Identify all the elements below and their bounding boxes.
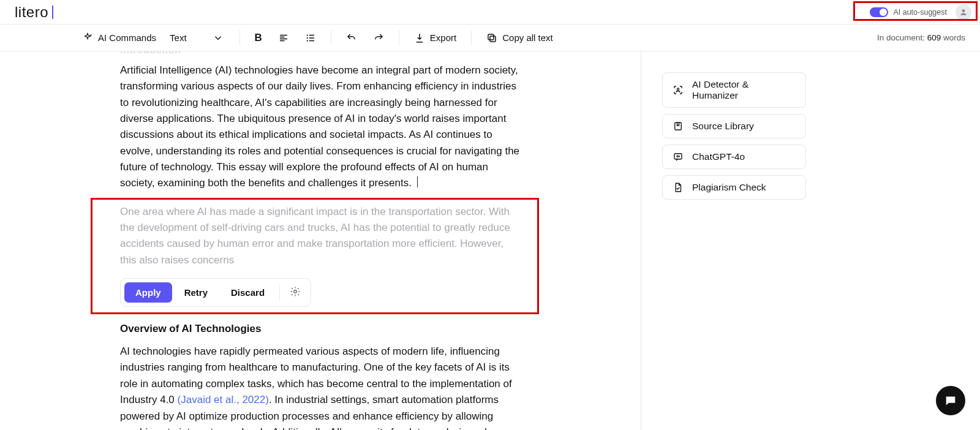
paragraph-overview[interactable]: AI technologies have rapidly permeated v… (120, 344, 521, 430)
toolbar: AI Commands Text B (0, 25, 980, 51)
toolbar-separator (471, 31, 472, 45)
align-button[interactable] (274, 30, 293, 46)
svg-point-0 (962, 9, 965, 12)
ai-suggestion-text: One area where AI has made a significant… (120, 204, 521, 268)
format-group: B (251, 29, 320, 47)
list-button[interactable] (301, 30, 320, 46)
text-caret (417, 176, 418, 187)
word-count-number: 609 (927, 33, 941, 42)
svg-rect-8 (675, 123, 682, 130)
paragraph-intro[interactable]: Artificial Intelligence (AI) technologie… (120, 62, 521, 192)
ai-commands-label: AI Commands (98, 32, 156, 43)
scan-icon (673, 85, 684, 96)
redo-button[interactable] (369, 30, 388, 46)
chat-ai-icon (673, 151, 684, 162)
paragraph-intro-text: Artificial Intelligence (AI) technologie… (120, 64, 519, 189)
brand-cursor-accent (52, 6, 53, 19)
ai-suggestion-actions: Apply Retry Discard (120, 278, 311, 307)
redo-icon (373, 32, 384, 43)
panel-plagiarism[interactable]: Plagiarism Check (662, 175, 806, 200)
copy-all-button[interactable]: Copy all text (483, 30, 557, 46)
help-chat-button[interactable] (936, 386, 965, 415)
toolbar-separator (239, 31, 240, 45)
toolbar-separator (399, 31, 399, 45)
history-group (342, 30, 388, 46)
copy-icon (486, 32, 497, 43)
text-style-value: Text (170, 32, 187, 43)
svg-point-1 (306, 34, 307, 36)
citation-link[interactable]: (Javaid et al., 2022) (178, 394, 269, 405)
bookmark-page-icon (673, 121, 684, 132)
align-left-icon (278, 32, 289, 43)
apply-button[interactable]: Apply (124, 282, 172, 303)
svg-rect-5 (488, 34, 494, 40)
main: Introduction Artificial Intelligence (AI… (0, 51, 980, 430)
word-count-suffix: words (941, 33, 965, 42)
bold-button[interactable]: B (251, 29, 266, 47)
word-count: In document: 609 words (877, 33, 965, 42)
topbar: litero AI auto-suggest (0, 0, 980, 25)
chevron-down-icon (213, 32, 224, 43)
export-label: Export (430, 32, 456, 43)
sparkle-icon (82, 32, 93, 43)
panel-ai-detector-label: AI Detector & Humanizer (692, 79, 796, 101)
ai-autosuggest-toggle[interactable] (870, 7, 888, 17)
section-heading-truncated: Introduction (120, 51, 521, 56)
ai-commands-button[interactable]: AI Commands (78, 30, 160, 46)
text-style-select[interactable]: Text (165, 30, 228, 46)
ai-autosuggest-toggle-wrap: AI auto-suggest (870, 7, 947, 17)
svg-rect-4 (490, 36, 496, 42)
editor-column: Introduction Artificial Intelligence (AI… (0, 51, 641, 430)
chat-bubble-icon (944, 394, 957, 407)
retry-button[interactable]: Retry (173, 282, 219, 303)
document-check-icon (673, 182, 684, 193)
ai-suggestion-block: One area where AI has made a significant… (120, 204, 521, 307)
action-separator (279, 285, 280, 301)
document-body[interactable]: Introduction Artificial Intelligence (AI… (0, 51, 641, 430)
section-heading-overview[interactable]: Overview of AI Technologies (120, 323, 521, 335)
download-icon (414, 32, 425, 43)
panel-ai-detector[interactable]: AI Detector & Humanizer (662, 72, 806, 108)
gear-icon (290, 286, 301, 297)
panel-chatgpt-label: ChatGPT-4o (692, 151, 745, 162)
svg-point-2 (306, 37, 307, 38)
svg-point-3 (306, 40, 307, 41)
ai-autosuggest-label: AI auto-suggest (893, 8, 947, 17)
toggle-knob (880, 9, 887, 16)
discard-button[interactable]: Discard (220, 282, 276, 303)
topbar-right: AI auto-suggest (870, 4, 971, 20)
word-count-prefix: In document: (877, 33, 927, 42)
bullet-list-icon (305, 32, 316, 43)
copy-all-label: Copy all text (502, 32, 553, 43)
panel-chatgpt[interactable]: ChatGPT-4o (662, 145, 806, 169)
panel-source-library[interactable]: Source Library (662, 114, 806, 138)
brand-logo[interactable]: litero (15, 4, 53, 21)
undo-icon (346, 32, 357, 43)
user-icon (959, 8, 968, 17)
svg-point-7 (677, 88, 679, 90)
svg-point-6 (294, 290, 297, 293)
panel-source-library-label: Source Library (692, 121, 754, 132)
toolbar-separator (331, 31, 331, 45)
side-panel: AI Detector & Humanizer Source Library C… (641, 51, 980, 430)
export-button[interactable]: Export (410, 30, 460, 46)
brand-name: litero (15, 4, 48, 21)
suggestion-settings-button[interactable] (284, 282, 307, 303)
panel-plagiarism-label: Plagiarism Check (692, 182, 766, 193)
undo-button[interactable] (342, 30, 361, 46)
avatar[interactable] (956, 4, 971, 20)
